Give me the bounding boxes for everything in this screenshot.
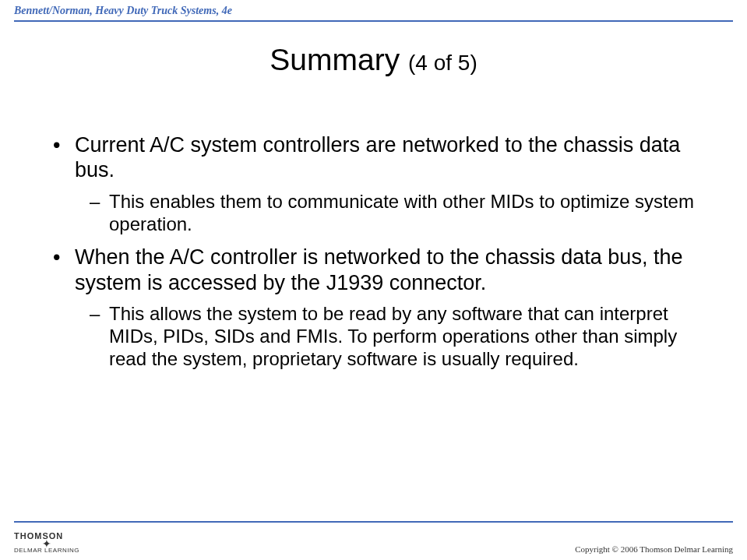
title-page-indicator: (4 of 5)	[408, 51, 477, 75]
bullet-1: Current A/C system controllers are netwo…	[53, 132, 694, 183]
copyright-text: Copyright © 2006 Thomson Delmar Learning	[575, 544, 733, 554]
publisher-logo: THOMSON ✦ DELMAR LEARNING	[14, 531, 79, 554]
bullet-1-sub: This enables them to communicate with ot…	[53, 191, 694, 236]
footer-divider	[14, 521, 733, 523]
logo-thomson-text: THOMSON	[14, 531, 63, 541]
header-divider	[14, 20, 733, 22]
logo-delmar-text: DELMAR LEARNING	[14, 547, 79, 554]
slide-footer: THOMSON ✦ DELMAR LEARNING Copyright © 20…	[14, 531, 733, 554]
title-main-text: Summary	[270, 43, 408, 76]
header-citation: Bennett/Norman, Heavy Duty Truck Systems…	[14, 5, 232, 17]
slide-content: Current A/C system controllers are netwo…	[53, 132, 694, 380]
logo-star-icon: ✦	[14, 541, 79, 547]
slide-title: Summary (4 of 5)	[0, 43, 747, 77]
bullet-2: When the A/C controller is networked to …	[53, 245, 694, 295]
bullet-2-sub: This allows the system to be read by any…	[53, 303, 694, 370]
